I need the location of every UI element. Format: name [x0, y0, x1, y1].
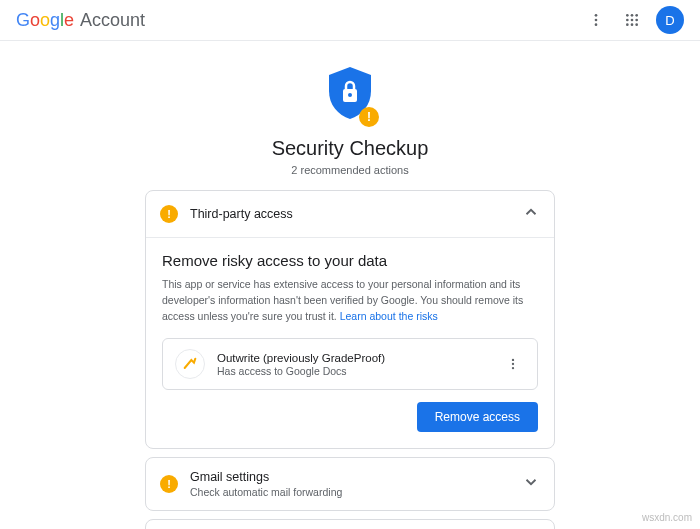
body-title: Remove risky access to your data [162, 252, 538, 269]
svg-point-9 [626, 23, 629, 26]
svg-point-0 [595, 14, 598, 17]
svg-point-10 [631, 23, 634, 26]
app-sub: Has access to Google Docs [217, 365, 489, 377]
header-right: D [584, 6, 684, 34]
section-title: Gmail settings [190, 470, 510, 484]
watermark: wsxdn.com [642, 512, 692, 523]
warning-icon [160, 475, 178, 493]
svg-point-16 [512, 367, 514, 369]
header-left: Google Account [16, 10, 145, 31]
chevron-up-icon [522, 203, 540, 225]
more-vert-icon[interactable] [584, 8, 608, 32]
section-devices: Your devices 3 signed-in devices [145, 519, 555, 529]
google-logo: Google [16, 10, 74, 31]
section-third-party: Third-party access Remove risky access t… [145, 190, 555, 449]
remove-access-button[interactable]: Remove access [417, 402, 538, 432]
section-body-third-party: Remove risky access to your data This ap… [146, 237, 554, 448]
svg-point-14 [512, 359, 514, 361]
svg-point-13 [348, 93, 352, 97]
app-icon-outwrite [175, 349, 205, 379]
app-name: Outwrite (previously GradeProof) [217, 352, 489, 364]
app-more-icon[interactable] [501, 352, 525, 376]
svg-point-2 [595, 23, 598, 26]
account-avatar[interactable]: D [656, 6, 684, 34]
section-title-block: Third-party access [190, 207, 510, 221]
section-gmail: Gmail settings Check automatic mail forw… [145, 457, 555, 511]
shield-icon [325, 65, 375, 125]
section-title-block: Gmail settings Check automatic mail forw… [190, 470, 510, 498]
action-row: Remove access [162, 402, 538, 432]
warning-badge-icon [359, 107, 379, 127]
app-header: Google Account D [0, 0, 700, 41]
app-info: Outwrite (previously GradeProof) Has acc… [217, 352, 489, 377]
section-title: Third-party access [190, 207, 510, 221]
svg-point-6 [626, 19, 629, 22]
svg-point-3 [626, 14, 629, 17]
section-header-third-party[interactable]: Third-party access [146, 191, 554, 237]
svg-point-15 [512, 363, 514, 365]
body-text: This app or service has extensive access… [162, 277, 538, 324]
page-subtitle: 2 recommended actions [0, 164, 700, 176]
learn-link[interactable]: Learn about the risks [340, 310, 438, 322]
svg-point-7 [631, 19, 634, 22]
apps-grid-icon[interactable] [620, 8, 644, 32]
warning-icon [160, 205, 178, 223]
product-label: Account [80, 10, 145, 31]
section-header-gmail[interactable]: Gmail settings Check automatic mail forw… [146, 458, 554, 510]
app-row: Outwrite (previously GradeProof) Has acc… [162, 338, 538, 390]
svg-point-11 [635, 23, 638, 26]
chevron-down-icon [522, 473, 540, 495]
hero: Security Checkup 2 recommended actions [0, 41, 700, 190]
section-header-devices[interactable]: Your devices 3 signed-in devices [146, 520, 554, 529]
svg-point-1 [595, 19, 598, 22]
sections-container: Third-party access Remove risky access t… [145, 190, 555, 529]
section-sub: Check automatic mail forwarding [190, 486, 510, 498]
page-title: Security Checkup [0, 137, 700, 160]
svg-point-5 [635, 14, 638, 17]
lock-icon [340, 79, 360, 105]
svg-point-8 [635, 19, 638, 22]
svg-point-4 [631, 14, 634, 17]
